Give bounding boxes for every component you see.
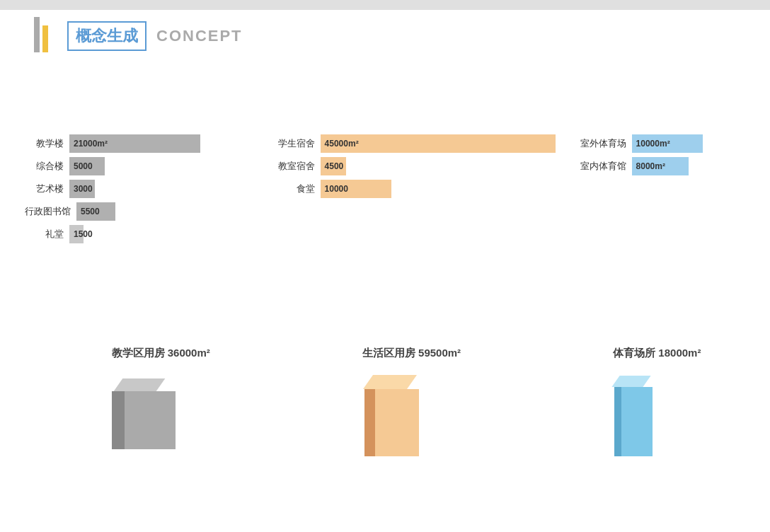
- title-section: 概念生成 CONCEPT: [67, 21, 243, 51]
- bar-row-xuesheng: 学生宿舍 45000m²: [265, 134, 556, 153]
- box-top-teaching: [113, 378, 165, 391]
- bar-row-jiaoshi: 教室宿舍 4500: [265, 157, 556, 175]
- box-top-living: [363, 375, 417, 389]
- box-teaching: [112, 371, 176, 449]
- bar-row-shitang: 食堂 10000: [265, 180, 556, 198]
- box-sports: [613, 371, 662, 456]
- box-side-living: [364, 389, 375, 456]
- box-side-teaching: [112, 391, 125, 449]
- box-top-sports: [612, 376, 651, 387]
- label-xuesheng: 学生宿舍: [265, 137, 315, 150]
- accent-bars: [34, 10, 48, 52]
- bar-row-shinei: 室内体育馆 8000m²: [570, 157, 764, 175]
- summary-teaching: 教学区用房 36000m²: [112, 347, 210, 456]
- accent-bar-yellow: [42, 25, 48, 52]
- box-living: [362, 371, 426, 456]
- label-litang: 礼堂: [14, 228, 64, 241]
- summary-label-teaching: 教学区用房 36000m²: [112, 347, 210, 360]
- box-front-teaching: [125, 391, 176, 449]
- label-shitang: 食堂: [265, 183, 315, 195]
- label-xingzheng: 行政图书馆: [14, 205, 71, 218]
- bar-jiaoshi: 4500: [321, 157, 346, 175]
- box-front-sports: [621, 387, 653, 456]
- label-shinei: 室内体育馆: [570, 160, 626, 173]
- bar-row-yishulou: 艺术楼 3000: [14, 180, 244, 198]
- accent-bar-gray: [34, 17, 40, 52]
- box-front-living: [375, 389, 419, 456]
- title-english: CONCEPT: [156, 27, 243, 45]
- bar-litang: 1500: [69, 225, 84, 243]
- bar-row-zonghElou: 综合楼 5000: [14, 157, 244, 175]
- label-jiaoxuelou: 教学楼: [14, 137, 64, 150]
- bar-xuesheng: 45000m²: [321, 134, 556, 153]
- bar-row-xingzheng: 行政图书馆 5500: [14, 202, 244, 221]
- bar-shiwai: 10000m²: [632, 134, 703, 153]
- col1-bars: 教学楼 21000m² 综合楼 5000 艺术楼 3000 行政图书馆 5500: [14, 134, 244, 243]
- summary-label-living: 生活区用房 59500m²: [362, 347, 461, 360]
- summary-sports: 体育场所 18000m²: [613, 347, 701, 456]
- col2-bars: 学生宿舍 45000m² 教室宿舍 4500 食堂 10000: [244, 134, 556, 243]
- bar-row-shiwai: 室外体育场 10000m²: [570, 134, 764, 153]
- label-shiwai: 室外体育场: [570, 137, 626, 150]
- summary-living: 生活区用房 59500m²: [362, 347, 461, 456]
- bar-jiaoxuelou: 21000m²: [69, 134, 200, 153]
- box-side-sports: [614, 387, 621, 456]
- bar-shitang: 10000: [321, 180, 391, 198]
- bar-shinei: 8000m²: [632, 157, 689, 175]
- header-bar: [0, 0, 770, 10]
- bar-row-jiaoxuelou: 教学楼 21000m²: [14, 134, 244, 153]
- label-yishulou: 艺术楼: [14, 183, 64, 195]
- bar-zonghelou: 5000: [69, 157, 105, 175]
- title-chinese: 概念生成: [67, 21, 146, 51]
- bar-row-litang: 礼堂 1500: [14, 225, 244, 243]
- bar-yishulou: 3000: [69, 180, 95, 198]
- label-zonghelou: 综合楼: [14, 160, 64, 173]
- bar-xingzheng: 5500: [76, 202, 115, 221]
- bar-chart-section: 教学楼 21000m² 综合楼 5000 艺术楼 3000 行政图书馆 5500: [14, 134, 764, 243]
- label-jiaoshi: 教室宿舍: [265, 160, 315, 173]
- col3-bars: 室外体育场 10000m² 室内体育馆 8000m²: [556, 134, 764, 243]
- summary-label-sports: 体育场所 18000m²: [613, 347, 701, 360]
- summary-section: 教学区用房 36000m² 生活区用房 59500m² 体育场所 18000m²: [0, 347, 770, 456]
